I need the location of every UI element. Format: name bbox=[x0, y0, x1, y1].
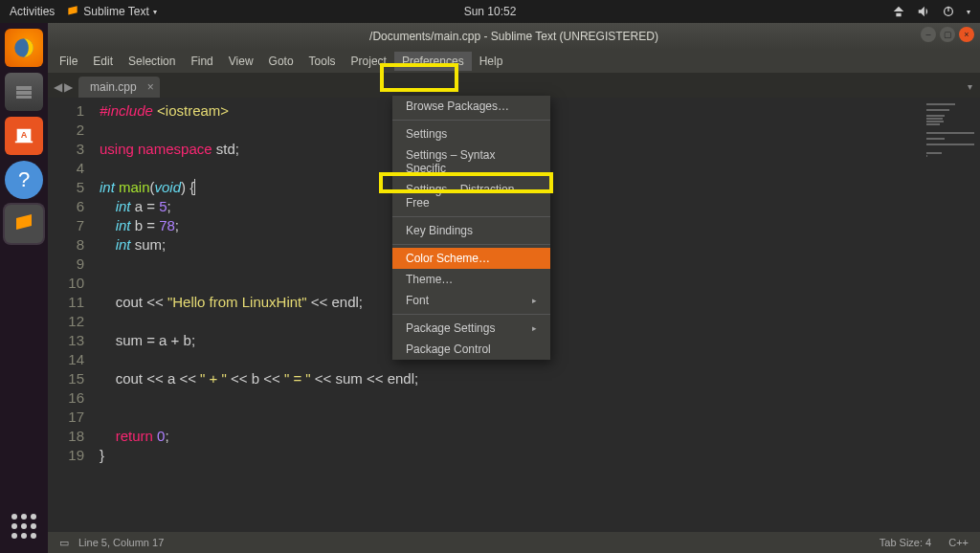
tab-main-cpp[interactable]: main.cpp × bbox=[78, 77, 160, 98]
volume-icon[interactable] bbox=[917, 5, 930, 18]
menu-help[interactable]: Help bbox=[472, 52, 511, 71]
minimap[interactable] bbox=[903, 98, 980, 532]
window-titlebar[interactable]: /Documents/main.cpp - Sublime Text (UNRE… bbox=[48, 23, 980, 50]
menu-separator bbox=[392, 314, 550, 315]
tab-history-back[interactable]: ◀ bbox=[54, 80, 62, 94]
tab-overflow-icon[interactable]: ▾ bbox=[968, 81, 972, 92]
app-menu[interactable]: Sublime Text ▾ bbox=[66, 5, 156, 18]
menu-separator bbox=[392, 244, 550, 245]
status-bar: ▭ Line 5, Column 17 Tab Size: 4 C++ bbox=[48, 532, 980, 553]
svg-rect-3 bbox=[16, 86, 32, 90]
menuitem-settings-syntax-specific[interactable]: Settings – Syntax Specific bbox=[392, 144, 550, 179]
preferences-menu: Browse Packages…SettingsSettings – Synta… bbox=[392, 96, 550, 360]
menu-preferences[interactable]: Preferences bbox=[394, 52, 472, 71]
launcher-help[interactable]: ? bbox=[5, 161, 43, 199]
menu-file[interactable]: File bbox=[52, 52, 85, 71]
launcher-software[interactable]: A bbox=[5, 117, 43, 155]
chevron-down-icon: ▾ bbox=[153, 8, 157, 16]
menuitem-settings[interactable]: Settings bbox=[392, 123, 550, 144]
chevron-down-icon: ▾ bbox=[967, 8, 970, 16]
menuitem-theme[interactable]: Theme… bbox=[392, 269, 550, 290]
menu-tools[interactable]: Tools bbox=[301, 52, 344, 71]
menu-find[interactable]: Find bbox=[183, 52, 220, 71]
svg-rect-5 bbox=[16, 96, 32, 99]
sublime-icon bbox=[66, 5, 79, 18]
tab-size[interactable]: Tab Size: 4 bbox=[880, 537, 931, 548]
menuitem-settings-distraction-free[interactable]: Settings – Distraction Free bbox=[392, 179, 550, 213]
menu-edit[interactable]: Edit bbox=[85, 52, 121, 71]
chevron-right-icon: ▸ bbox=[532, 296, 537, 305]
svg-rect-4 bbox=[16, 91, 32, 95]
line-gutter: 12345678910111213141516171819 bbox=[48, 98, 94, 532]
menuitem-color-scheme[interactable]: Color Scheme… bbox=[392, 248, 550, 269]
launcher-files[interactable] bbox=[5, 73, 43, 111]
menuitem-package-control[interactable]: Package Control bbox=[392, 339, 550, 360]
window-title: /Documents/main.cpp - Sublime Text (UNRE… bbox=[369, 30, 658, 43]
menu-separator bbox=[392, 120, 550, 121]
menu-separator bbox=[392, 216, 550, 217]
gnome-topbar: Activities Sublime Text ▾ Sun 10:52 ▾ bbox=[0, 0, 980, 23]
minimize-button[interactable]: – bbox=[921, 27, 936, 42]
network-icon[interactable] bbox=[892, 5, 905, 18]
svg-text:A: A bbox=[21, 130, 28, 140]
clock[interactable]: Sun 10:52 bbox=[464, 5, 517, 18]
launcher-dock: A ? bbox=[0, 23, 48, 553]
cursor-position[interactable]: Line 5, Column 17 bbox=[78, 537, 164, 548]
launcher-firefox[interactable] bbox=[5, 29, 43, 67]
tab-bar: ◀ ▶ main.cpp × ▾ bbox=[48, 73, 980, 98]
menu-view[interactable]: View bbox=[221, 52, 261, 71]
activities-button[interactable]: Activities bbox=[10, 5, 55, 18]
panel-switcher-icon[interactable]: ▭ bbox=[59, 537, 69, 549]
tab-history-forward[interactable]: ▶ bbox=[64, 80, 73, 94]
menuitem-font[interactable]: Font▸ bbox=[392, 290, 550, 311]
app-menu-label: Sublime Text bbox=[83, 5, 148, 18]
chevron-right-icon: ▸ bbox=[532, 323, 537, 333]
show-apps-button[interactable] bbox=[5, 507, 43, 545]
launcher-sublime[interactable] bbox=[5, 205, 43, 243]
syntax-mode[interactable]: C++ bbox=[948, 537, 969, 548]
menu-project[interactable]: Project bbox=[344, 52, 394, 71]
menuitem-browse-packages[interactable]: Browse Packages… bbox=[392, 96, 550, 117]
menuitem-package-settings[interactable]: Package Settings▸ bbox=[392, 318, 550, 339]
menubar: FileEditSelectionFindViewGotoToolsProjec… bbox=[48, 50, 980, 73]
menuitem-key-bindings[interactable]: Key Bindings bbox=[392, 220, 550, 241]
menu-selection[interactable]: Selection bbox=[121, 52, 183, 71]
power-icon[interactable] bbox=[942, 5, 955, 18]
tab-label: main.cpp bbox=[90, 80, 137, 94]
maximize-button[interactable]: ▢ bbox=[940, 27, 955, 42]
close-icon[interactable]: × bbox=[147, 80, 154, 94]
close-button[interactable]: × bbox=[959, 27, 974, 42]
menu-goto[interactable]: Goto bbox=[261, 52, 301, 71]
